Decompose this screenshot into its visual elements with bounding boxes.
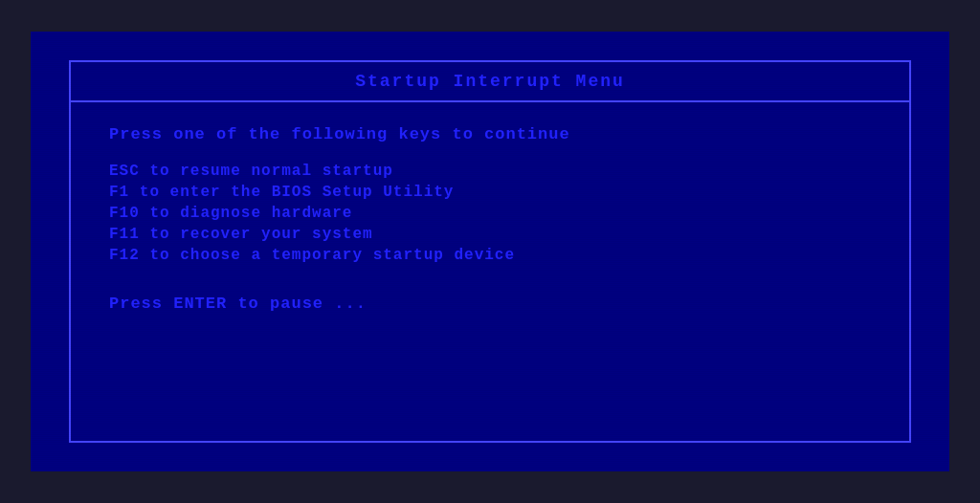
bios-option-f1: F1 to enter the BIOS Setup Utility — [109, 184, 871, 201]
bios-title-bar: Startup Interrupt Menu — [71, 62, 909, 102]
bios-option-esc: ESC to resume normal startup — [109, 163, 871, 180]
bios-option-f11: F11 to recover your system — [109, 226, 871, 243]
bios-menu-box: Startup Interrupt Menu Press one of the … — [69, 60, 911, 443]
bios-options-list: ESC to resume normal startup F1 to enter… — [109, 163, 871, 264]
bios-intro-text: Press one of the following keys to conti… — [109, 125, 871, 143]
bios-footer-text: Press ENTER to pause ... — [109, 295, 871, 313]
bios-option-f10: F10 to diagnose hardware — [109, 205, 871, 222]
bios-title: Startup Interrupt Menu — [355, 72, 625, 91]
bios-content: Press one of the following keys to conti… — [71, 102, 909, 441]
bios-option-f12: F12 to choose a temporary startup device — [109, 247, 871, 264]
screen-background: Startup Interrupt Menu Press one of the … — [31, 32, 949, 471]
